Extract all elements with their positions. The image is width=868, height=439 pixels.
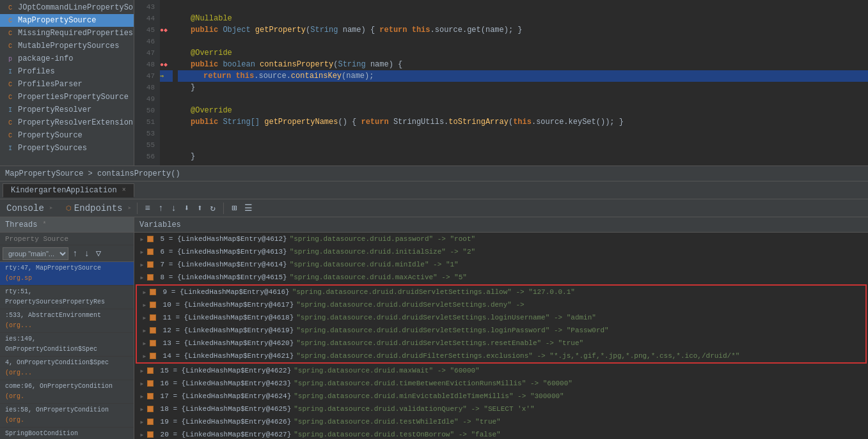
thread-item[interactable]: 4, OnPropertyCondition$Spec (org... — [0, 357, 134, 380]
class-icon: C — [5, 79, 15, 89]
tree-item-property-source[interactable]: C PropertySource — [0, 129, 134, 142]
expand-icon[interactable]: ▶ — [137, 378, 147, 389]
list-btn[interactable]: ☰ — [242, 201, 255, 215]
down-btn[interactable]: ↓ — [168, 202, 178, 215]
expand-icon[interactable]: ▶ — [137, 417, 147, 427]
refresh-btn[interactable]: ↻ — [208, 201, 218, 215]
console-label: Console — [6, 203, 44, 213]
expand-icon[interactable]: ▶ — [139, 351, 150, 361]
separator — [137, 203, 138, 214]
tree-item-missing[interactable]: C MissingRequiredPropertiesException — [0, 27, 134, 40]
tree-item-label: MissingRequiredPropertiesException — [18, 29, 134, 38]
breadcrumb-text: MapPropertySource > containsProperty() — [5, 169, 180, 178]
var-row-16[interactable]: ▶ 16 = {LinkedHashMap$Entry@4623} "sprin… — [134, 377, 868, 390]
debug-toolbar: Console ➤ ⬡ Endpoints ➤ ≡ ↑ ↓ ⬇ ⬆ ↻ ⊞ ☰ — [0, 199, 868, 217]
thread-item[interactable]: rty:51, PropertySourcesPropertyRes — [0, 286, 134, 309]
download-btn[interactable]: ⬇ — [182, 201, 192, 215]
tree-item-mutable[interactable]: C MutablePropertySources — [0, 40, 134, 52]
thread-item[interactable]: ies:149, OnPropertyCondition$Spec — [0, 333, 134, 357]
thread-filter-btn[interactable]: ▽ — [93, 247, 104, 260]
tree-item-property-sources[interactable]: I PropertySources — [0, 142, 134, 155]
var-row-14[interactable]: ▶ 14 = {LinkedHashMap$Entry@4621} "sprin… — [137, 350, 865, 362]
expand-icon[interactable]: ▶ — [137, 366, 147, 376]
threads-list: rty:47, MapPropertySource (org.sp rty:51… — [0, 262, 134, 439]
var-row-6[interactable]: ▶ 6 = {LinkedHashMap$Entry@4613} "spring… — [134, 245, 868, 258]
var-type-icon — [147, 419, 154, 425]
var-type-icon — [150, 340, 156, 346]
var-row-8[interactable]: ▶ 8 = {LinkedHashMap$Entry@4615} "spring… — [134, 271, 868, 284]
var-row-15[interactable]: ▶ 15 = {LinkedHashMap$Entry@4622} "sprin… — [134, 364, 868, 377]
thread-item[interactable]: rty:47, MapPropertySource (org.sp — [0, 262, 134, 286]
threads-header: Threads * — [0, 217, 134, 233]
tab-kindergarten[interactable]: KindergartenApplication × — [3, 183, 134, 197]
list-view-btn[interactable]: ≡ — [143, 202, 153, 215]
variables-title: Variables — [139, 220, 181, 229]
expand-icon[interactable]: ▶ — [137, 404, 147, 414]
var-row-19[interactable]: ▶ 19 = {LinkedHashMap$Entry@4626} "sprin… — [134, 415, 868, 428]
tree-item-properties[interactable]: C PropertiesPropertySource — [0, 91, 134, 104]
var-row-12[interactable]: ▶ 12 = {LinkedHashMap$Entry@4619} "sprin… — [137, 324, 865, 337]
tab-label: KindergartenApplication — [11, 186, 117, 195]
thread-down-btn[interactable]: ↓ — [81, 247, 91, 260]
variables-header: Variables — [134, 217, 868, 233]
thread-item[interactable]: SpringBootCondition (org.springfra — [0, 427, 134, 439]
tree-item-profiles-parser[interactable]: C ProfilesParser — [0, 78, 134, 91]
tab-close-icon[interactable]: × — [122, 187, 126, 194]
group-selector[interactable]: group "main"... — [3, 247, 68, 260]
thread-up-btn[interactable]: ↑ — [70, 247, 80, 260]
var-row-17[interactable]: ▶ 17 = {LinkedHashMap$Entry@4624} "sprin… — [134, 390, 868, 403]
red-box-group: ▶ 9 = {LinkedHashMap$Entry@4616} "spring… — [136, 284, 867, 364]
class-icon: C — [5, 3, 15, 13]
expand-icon[interactable]: ▶ — [137, 429, 147, 439]
tree-item-resolver-ext[interactable]: C PropertyResolverExtensionsKt.class — [0, 116, 134, 129]
expand-icon[interactable]: ▶ — [137, 247, 147, 257]
tree-item-label: Profiles — [18, 67, 55, 76]
expand-icon[interactable]: ▶ — [139, 300, 150, 310]
expand-icon[interactable]: ▶ — [137, 234, 147, 244]
var-row-11[interactable]: ▶ 11 = {LinkedHashMap$Entry@4618} "sprin… — [137, 311, 865, 324]
tree-item-package[interactable]: p package-info — [0, 52, 134, 65]
tree-item-jopt[interactable]: C JOptCommandLinePropertySource — [0, 1, 134, 14]
expand-icon[interactable]: ▶ — [137, 391, 147, 401]
breadcrumb: MapPropertySource > containsProperty() — [0, 166, 868, 181]
var-row-5[interactable]: ▶ 5 = {LinkedHashMap$Entry@4612} "spring… — [134, 233, 868, 245]
table-btn[interactable]: ⊞ — [229, 201, 239, 215]
var-type-icon — [147, 380, 154, 387]
var-row-13[interactable]: ▶ 13 = {LinkedHashMap$Entry@4620} "sprin… — [137, 337, 865, 350]
code-editor: 43 44 45 46 47 48 47 48 49 50 51 53 55 5… — [134, 0, 868, 166]
expand-icon[interactable]: ▶ — [137, 259, 147, 270]
console-tab[interactable]: Console — [4, 202, 47, 215]
tree-item-profiles[interactable]: I Profiles — [0, 65, 134, 78]
var-type-icon — [150, 314, 156, 321]
expand-icon[interactable]: ▶ — [139, 338, 150, 348]
var-row-10[interactable]: ▶ 10 = {LinkedHashMap$Entry@4617} "sprin… — [137, 298, 865, 311]
expand-icon[interactable]: ▶ — [137, 272, 147, 282]
threads-title: Threads — [5, 220, 37, 229]
tree-item-map-property-source[interactable]: C MapPropertySource — [0, 14, 134, 27]
code-lines: @Nullable public Object getProperty(Stri… — [173, 0, 868, 166]
var-type-icon — [147, 393, 154, 399]
var-row-9[interactable]: ▶ 9 = {LinkedHashMap$Entry@4616} "spring… — [137, 286, 865, 298]
endpoints-icon: ⬡ — [66, 204, 72, 212]
var-type-icon — [147, 249, 154, 255]
thread-item[interactable]: come:96, OnPropertyCondition (org. — [0, 380, 134, 404]
thread-item[interactable]: ies:58, OnPropertyCondition (org. — [0, 404, 134, 427]
tree-item-resolver[interactable]: I PropertyResolver — [0, 104, 134, 116]
endpoints-tab[interactable]: ⬡ Endpoints — [63, 202, 125, 215]
expand-icon[interactable]: ▶ — [139, 325, 150, 335]
interface-icon: I — [5, 66, 15, 77]
property-source-label: Property Source — [0, 233, 134, 245]
tree-item-label: ProfilesParser — [18, 80, 83, 89]
expand-icon[interactable]: ▶ — [139, 312, 150, 323]
var-row-7[interactable]: ▶ 7 = {LinkedHashMap$Entry@4614} "spring… — [134, 258, 868, 271]
var-row-20[interactable]: ▶ 20 = {LinkedHashMap$Entry@4627} "sprin… — [134, 428, 868, 439]
thread-item[interactable]: :533, AbstractEnvironment (org... — [0, 309, 134, 333]
upload-btn[interactable]: ⬆ — [194, 201, 205, 215]
file-tree: C JOptCommandLinePropertySource C MapPro… — [0, 0, 134, 166]
threads-toolbar: group "main"... ↑ ↓ ▽ — [0, 245, 134, 262]
var-row-18[interactable]: ▶ 18 = {LinkedHashMap$Entry@4625} "sprin… — [134, 403, 868, 415]
tree-item-label: PropertySource — [18, 131, 83, 140]
expand-icon[interactable]: ▶ — [139, 287, 150, 297]
threads-pin-icon: * — [42, 221, 46, 228]
up-btn[interactable]: ↑ — [155, 202, 166, 215]
